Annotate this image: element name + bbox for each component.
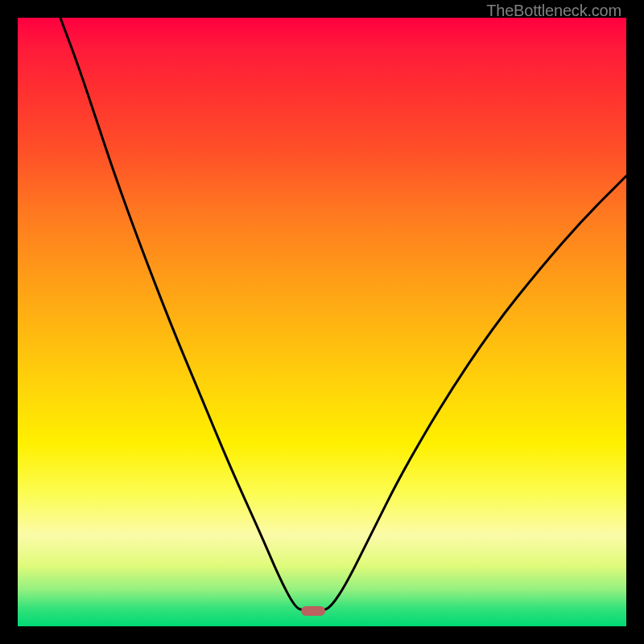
minimum-marker — [301, 606, 325, 616]
bottleneck-curve — [18, 18, 626, 626]
watermark-text: TheBottleneck.com — [486, 2, 621, 20]
chart-container: TheBottleneck.com — [0, 0, 644, 644]
